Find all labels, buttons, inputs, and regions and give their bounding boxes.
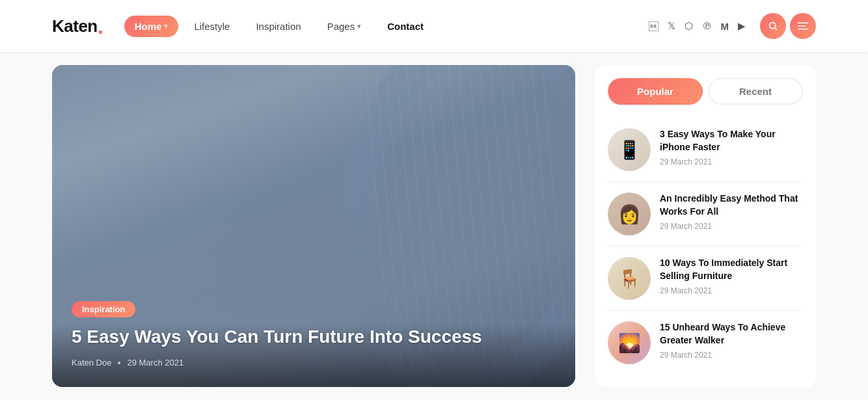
article-title-4: 15 Unheard Ways To Achieve Greater Walke… [660, 321, 803, 347]
nav-item-home[interactable]: Home ▾ [124, 16, 179, 37]
sidebar-article-4[interactable]: 🌄 15 Unheard Ways To Achieve Greater Wal… [608, 311, 803, 375]
featured-article[interactable]: Inspiration 5 Easy Ways You Can Turn Fut… [52, 65, 575, 387]
svg-point-0 [770, 23, 776, 29]
article-date-2: 29 March 2021 [660, 222, 803, 231]
article-title-3: 10 Ways To Immediately Start Selling Fur… [660, 257, 803, 282]
featured-author: Katen Doe [72, 358, 111, 367]
article-date-4: 29 March 2021 [660, 351, 803, 360]
article-thumb-3: 🪑 [608, 257, 651, 300]
social-icons:  𝕏 ⬡ ℗ M ▶ [649, 20, 746, 32]
svg-line-1 [775, 28, 777, 30]
chevron-down-icon: ▾ [357, 22, 361, 31]
iphone-icon: 📱 [618, 139, 641, 161]
article-info-3: 10 Ways To Immediately Start Selling Fur… [660, 257, 803, 295]
nav-item-contact[interactable]: Contact [377, 16, 434, 37]
logo[interactable]: Katen. [52, 15, 103, 37]
category-tag[interactable]: Inspiration [72, 301, 135, 317]
tab-recent[interactable]: Recent [708, 78, 803, 105]
main-nav: Home ▾ Lifestyle Inspiration Pages ▾ Con… [124, 16, 649, 37]
article-date-1: 29 March 2021 [660, 157, 803, 167]
tab-popular[interactable]: Popular [608, 78, 703, 105]
person-icon: 👩 [618, 204, 641, 225]
main-content: Inspiration 5 Easy Ways You Can Turn Fut… [0, 52, 868, 400]
article-title-2: An Incredibly Easy Method That Works For… [660, 193, 803, 218]
logo-dot: . [98, 15, 103, 37]
article-thumb-1: 📱 [608, 128, 651, 171]
sidebar-article-3[interactable]: 🪑 10 Ways To Immediately Start Selling F… [608, 247, 803, 311]
menu-button[interactable] [790, 13, 816, 39]
hamburger-icon [798, 21, 808, 31]
meta-separator [118, 362, 120, 364]
header: Katen. Home ▾ Lifestyle Inspiration Page… [0, 0, 868, 52]
landscape-icon: 🌄 [618, 332, 641, 354]
tab-row: Popular Recent [608, 78, 803, 105]
featured-title: 5 Easy Ways You Can Turn Future Into Suc… [72, 325, 556, 349]
article-info-4: 15 Unheard Ways To Achieve Greater Walke… [660, 321, 803, 360]
article-title-1: 3 Easy Ways To Make Your iPhone Faster [660, 128, 803, 153]
nav-item-inspiration[interactable]: Inspiration [245, 16, 311, 37]
sidebar-article-1[interactable]: 📱 3 Easy Ways To Make Your iPhone Faster… [608, 118, 803, 182]
nav-item-pages[interactable]: Pages ▾ [317, 16, 372, 37]
youtube-icon[interactable]: ▶ [738, 20, 746, 32]
search-button[interactable] [760, 13, 786, 39]
sidebar-article-2[interactable]: 👩 An Incredibly Easy Method That Works F… [608, 182, 803, 247]
article-date-3: 29 March 2021 [660, 286, 803, 295]
article-thumb-2: 👩 [608, 193, 651, 235]
article-thumb-4: 🌄 [608, 321, 651, 364]
featured-overlay: Inspiration 5 Easy Ways You Can Turn Fut… [52, 282, 575, 387]
medium-icon[interactable]: M [721, 21, 729, 32]
featured-meta: Katen Doe 29 March 2021 [72, 358, 556, 367]
article-info-2: An Incredibly Easy Method That Works For… [660, 193, 803, 231]
nav-item-lifestyle[interactable]: Lifestyle [183, 16, 240, 37]
featured-date: 29 March 2021 [127, 358, 183, 367]
chevron-down-icon: ▾ [164, 22, 168, 31]
instagram-icon[interactable]: ⬡ [685, 20, 693, 32]
article-info-1: 3 Easy Ways To Make Your iPhone Faster 2… [660, 128, 803, 167]
logo-text: Katen [52, 16, 98, 36]
twitter-icon[interactable]: 𝕏 [668, 20, 675, 32]
facebook-icon[interactable]:  [649, 21, 658, 32]
pinterest-icon[interactable]: ℗ [702, 20, 712, 32]
sidebar: Popular Recent 📱 3 Easy Ways To Make You… [595, 65, 816, 387]
furniture-icon: 🪑 [618, 268, 641, 289]
search-icon [768, 21, 778, 31]
